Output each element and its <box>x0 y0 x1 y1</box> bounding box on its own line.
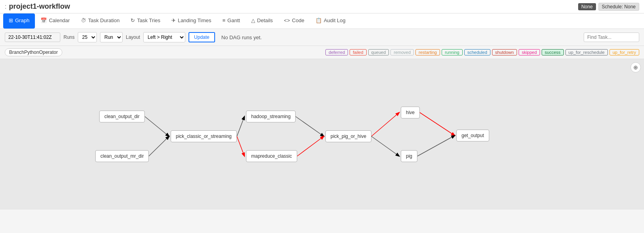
legend-item-shutdown: shutdown <box>492 49 517 55</box>
toolbar: Runs 25 Run Layout Left > Right Top > Bo… <box>0 29 644 46</box>
bars-icon: ≡ <box>222 17 225 23</box>
tab-gantt-label: Gantt <box>227 17 240 23</box>
tab-details[interactable]: △ Details <box>246 13 279 29</box>
tab-graph-label: Graph <box>15 17 29 23</box>
schedule-label: Schedule: None <box>598 3 639 11</box>
plane-icon: ✈ <box>171 17 176 23</box>
legend-item-failed: failed <box>350 49 366 55</box>
dag-node-clean_output_dir[interactable]: clean_output_dir <box>99 111 145 122</box>
tab-graph[interactable]: ⊞ Graph <box>3 13 35 29</box>
svg-line-6 <box>371 113 399 136</box>
top-bar: : project1-workflow None Schedule: None <box>0 0 644 13</box>
dag-container: ⊕ clean_output_dirclean_output_mr_dirpic… <box>0 59 644 210</box>
svg-line-4 <box>296 116 324 136</box>
legend-item-skipped: skipped <box>519 49 540 55</box>
legend-item-removed: removed <box>390 49 414 55</box>
tab-code-label: Code <box>292 17 304 23</box>
run-select[interactable]: Run <box>100 32 123 42</box>
page-title: project1-workflow <box>9 2 70 11</box>
runs-select[interactable]: 25 <box>78 32 97 42</box>
refresh-icon: ↻ <box>131 17 135 23</box>
legend: deferredfailedqueuedremovedrestartingrun… <box>325 49 639 55</box>
svg-line-1 <box>149 136 169 156</box>
update-button[interactable]: Update <box>188 32 215 42</box>
code-icon: <> <box>284 17 290 23</box>
grid-icon: ⊞ <box>9 17 13 23</box>
legend-item-up_for_reschedule: up_for_reschedule <box>565 49 608 55</box>
dag-node-pick_pig_or_hive[interactable]: pick_pig_or_hive <box>325 130 371 142</box>
svg-line-0 <box>145 116 169 136</box>
legend-item-up_for_retry: up_for_retry <box>609 49 639 55</box>
svg-line-7 <box>371 136 399 156</box>
none-badge: None <box>578 3 596 10</box>
tab-task-duration-label: Task Duration <box>88 17 119 23</box>
triangle-icon: △ <box>251 17 255 23</box>
status-area: BranchPythonOperator deferredfailedqueue… <box>0 46 644 59</box>
breadcrumb-prefix: : <box>5 3 6 10</box>
dag-node-get_output[interactable]: get_output <box>456 130 489 141</box>
tab-task-duration[interactable]: ⏱ Task Duration <box>75 13 125 29</box>
legend-item-deferred: deferred <box>325 49 348 55</box>
no-dag-message: No DAG runs yet. <box>221 34 262 40</box>
dag-node-pick_classic_or_streaming[interactable]: pick_classic_or_streaming <box>171 130 237 142</box>
date-input[interactable] <box>5 32 60 42</box>
legend-item-queued: queued <box>368 49 389 55</box>
tab-task-tries-label: Task Tries <box>137 17 160 23</box>
svg-line-9 <box>417 136 455 156</box>
legend-item-running: running <box>442 49 463 55</box>
nav-tabs: ⊞ Graph 📅 Calendar ⏱ Task Duration ↻ Tas… <box>0 13 644 29</box>
tab-audit-log-label: Audit Log <box>324 17 346 23</box>
top-bar-right: None Schedule: None <box>578 3 639 11</box>
dag-node-mapreduce_classic[interactable]: mapreduce_classic <box>246 150 297 162</box>
legend-item-success: success <box>542 49 564 55</box>
tab-landing-times-label: Landing Times <box>178 17 211 23</box>
svg-line-5 <box>297 136 324 156</box>
svg-line-8 <box>420 113 455 136</box>
svg-line-2 <box>237 116 244 136</box>
graph-area: ⊕ clean_output_dirclean_output_mr_dirpic… <box>0 59 644 210</box>
tab-audit-log[interactable]: 📋 Audit Log <box>310 13 351 29</box>
layout-label: Layout <box>126 34 140 40</box>
calendar-icon: 📅 <box>40 17 47 23</box>
tab-task-tries[interactable]: ↻ Task Tries <box>125 13 166 29</box>
tab-gantt[interactable]: ≡ Gantt <box>217 13 245 29</box>
zoom-button[interactable]: ⊕ <box>631 62 641 73</box>
tab-calendar-label: Calendar <box>49 17 70 23</box>
runs-label: Runs <box>63 34 75 40</box>
tab-calendar[interactable]: 📅 Calendar <box>35 13 75 29</box>
legend-item-scheduled: scheduled <box>464 49 490 55</box>
tab-code[interactable]: <> Code <box>279 13 310 29</box>
dag-node-hive[interactable]: hive <box>401 107 420 118</box>
layout-select[interactable]: Left > Right Top > Bottom <box>143 32 185 42</box>
dag-node-pig[interactable]: pig <box>401 150 417 162</box>
find-task-input[interactable] <box>584 32 639 42</box>
dag-node-clean_output_mr_dir[interactable]: clean_output_mr_dir <box>95 150 149 162</box>
clock-icon: ⏱ <box>81 17 86 23</box>
log-icon: 📋 <box>315 17 322 23</box>
operator-badge: BranchPythonOperator <box>5 48 62 56</box>
legend-item-restarting: restarting <box>415 49 440 55</box>
dag-node-hadoop_streaming[interactable]: hadoop_streaming <box>246 111 296 122</box>
tab-details-label: Details <box>257 17 273 23</box>
tab-landing-times[interactable]: ✈ Landing Times <box>166 13 217 29</box>
svg-line-3 <box>237 136 244 156</box>
